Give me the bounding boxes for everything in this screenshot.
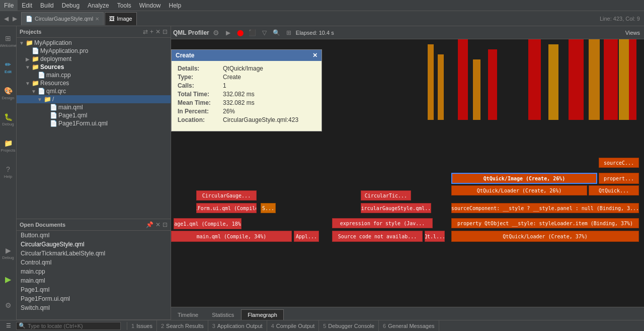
help-tool-btn[interactable]: ? Help [0,159,16,184]
welcome-tool-btn[interactable]: ⊞ Welcome [0,28,16,53]
edit-tool-btn[interactable]: ✏ Edit [0,54,16,80]
status-tab-issues[interactable]: 1 Issues [127,320,157,332]
menu-help[interactable]: Help [165,0,186,11]
tab-forward[interactable]: ▶ [11,15,19,22]
tab-close-circulargaugestyle[interactable]: ✕ [95,16,99,22]
flame-bar-2[interactable]: CircularGauge... [196,190,257,201]
run-tool-btn[interactable]: ▶ [0,267,16,292]
flame-bar-15[interactable]: sourceComponent: __style ? __style.panel… [451,203,639,213]
menu-tools[interactable]: Tools [113,0,135,11]
projects-sync-icon[interactable]: ⇄ [143,28,148,35]
menu-edit[interactable]: Edit [18,0,36,11]
menu-window[interactable]: Window [135,0,165,11]
sidebar: Projects ⇄ + ✕ ⊡ ▼ 📁 MyApplication 📄 MyA… [17,26,171,320]
projects-detach-icon[interactable]: ⊡ [163,28,168,35]
tree-item-10[interactable]: 📄 Page1Form.ui.qml [17,119,171,127]
menu-build[interactable]: Build [36,0,58,11]
debug-tool-btn-top[interactable]: 🐛 Debug [0,107,16,132]
tree-item-9[interactable]: 📄 Page1.qml [17,111,171,119]
flame-bar-6[interactable]: CircularTic... [361,190,411,201]
flame-bar-0[interactable]: Page1Form.ui.qml (Compile,... [196,203,257,213]
doc-item-5[interactable]: main.qml [17,276,171,285]
status-tab-compile[interactable]: 4 Compile Output [267,320,319,332]
tree-item-2[interactable]: ▶ 📁 deployment [17,55,171,63]
open-docs-pin-icon[interactable]: 📌 [146,221,153,228]
status-search-input[interactable] [28,323,118,329]
tree-item-6[interactable]: ▼ 📄 qml.qrc [17,87,171,95]
profiler-record-btn[interactable]: ⬤ [235,28,246,38]
edit-icon: ✏ [5,60,11,69]
flame-bar-13[interactable]: QtQuick/Loader (Create, 26%) [451,185,587,195]
tree-icon-10: 📄 [50,120,57,127]
menu-analyze[interactable]: Analyze [84,0,113,11]
flame-bar-12[interactable]: propert... [599,173,639,184]
chart-bar-7 [569,39,584,120]
chart-bar-8 [589,39,600,120]
profiler-chart[interactable]: Create ✕ Details: QtQuick/Image Type: Cr… [171,39,644,307]
popup-close-btn[interactable]: ✕ [312,52,317,59]
debug-tool-btn-bottom[interactable]: ▶ Debug [0,240,16,266]
status-tab-generalmsg[interactable]: 6 General Messages [379,320,439,332]
profiler-start-btn[interactable]: ▶ [223,28,233,38]
status-tab-debugger[interactable]: 5 Debugger Console [319,320,379,332]
profiler-tab-statistics[interactable]: Statistics [205,309,240,320]
doc-item-1[interactable]: CircularGaugeStyle.qml [17,240,171,249]
tree-arrow-5: ▼ [25,81,31,86]
doc-item-8[interactable]: Switch.qml [17,303,171,311]
profiler-views-btn[interactable]: Views [623,30,642,36]
tree-item-5[interactable]: ▼ 📁 Resources [17,79,171,87]
run-icon: ▶ [5,275,11,284]
profiler-tab-timeline[interactable]: Timeline [171,309,205,320]
open-docs-close-icon[interactable]: ✕ [155,221,160,228]
tree-item-7[interactable]: ▼ 📁 / [17,95,171,103]
doc-item-2[interactable]: CircularTickmarkLabelStyle.qml [17,249,171,258]
profiler-tab-flamegraph[interactable]: Flamegraph [241,309,284,320]
profiler-zoom-btn[interactable]: ⊞ [284,28,294,38]
profiler-search-btn[interactable]: 🔍 [272,28,282,38]
doc-item-0[interactable]: Button.qml [17,231,171,240]
profiler-stop-btn[interactable]: ⬛ [248,28,258,38]
flame-bar-11[interactable]: QtQuick/Image (Create, 26%) [451,173,597,184]
status-search-box[interactable]: 🔍 [16,322,121,330]
flame-bar-8[interactable]: Source code not availab... [332,231,423,242]
tree-item-3[interactable]: ▼ 📁 Sources [17,63,171,71]
flame-bar-16[interactable]: property QtObject __style: styleLoader.i… [451,218,639,228]
tree-item-0[interactable]: ▼ 📁 MyApplication [17,39,171,47]
flame-bar-17[interactable]: QtQuick/Loader (Create, 37%) [451,231,639,242]
popup-type-row: Type: Create [178,74,315,81]
flame-bar-5[interactable]: CircularGaugeStyle.qml... [361,203,431,213]
flame-bar-10[interactable]: Qt.l... [425,231,445,242]
menu-debug[interactable]: Debug [58,0,84,11]
doc-item-4[interactable]: main.cpp [17,267,171,276]
profiler-filter-btn[interactable]: ▽ [260,28,270,38]
flame-bar-4[interactable]: main.qml (Compile, 34%) [171,231,292,242]
flame-bar-7[interactable]: expression for style (Jav... [332,218,433,228]
projects-add-icon[interactable]: + [150,28,153,35]
status-tab-searchresults[interactable]: 2 Search Results [157,320,208,332]
tree-item-8[interactable]: 📄 main.qml [17,103,171,111]
doc-item-7[interactable]: Page1Form.ui.qml [17,294,171,303]
open-docs-detach-icon[interactable]: ⊡ [163,221,168,228]
menu-file[interactable]: File [0,0,18,11]
tree-item-4[interactable]: 📄 main.cpp [17,71,171,79]
flame-bar-1[interactable]: S... [261,203,276,213]
projects-close-icon[interactable]: ✕ [155,28,160,35]
tab-image-icon: 🖼 [109,16,115,22]
doc-item-6[interactable]: Page1.qml [17,285,171,294]
flame-bar-14[interactable]: QtQuick... [589,185,639,195]
flame-bar-3[interactable]: Page1.qml (Compile, 18%) [174,218,242,229]
status-tab-co-num: 4 [271,323,274,329]
tab-image[interactable]: 🖼 Image [105,12,137,25]
projects-tool-btn[interactable]: 📁 Projects [0,133,16,158]
design-tool-btn[interactable]: 🎨 Design [0,81,16,106]
flame-bar-9[interactable]: Appl... [294,231,319,242]
status-ham-icon[interactable]: ☰ [4,322,13,329]
tree-item-1[interactable]: 📄 MyApplication.pro [17,47,171,55]
status-tab-appoutput[interactable]: 3 Application Output [208,320,267,332]
extra-tool-btn[interactable]: ⚙ [0,293,16,318]
tab-back[interactable]: ◀ [2,15,11,22]
tab-circulargaugestyle[interactable]: 📄 CircularGaugeStyle.qml ✕ [21,12,104,25]
profiler-settings-btn[interactable]: ⚙ [211,28,221,38]
doc-item-3[interactable]: Control.qml [17,258,171,267]
flame-bar-18[interactable]: sourceC... [599,158,639,168]
